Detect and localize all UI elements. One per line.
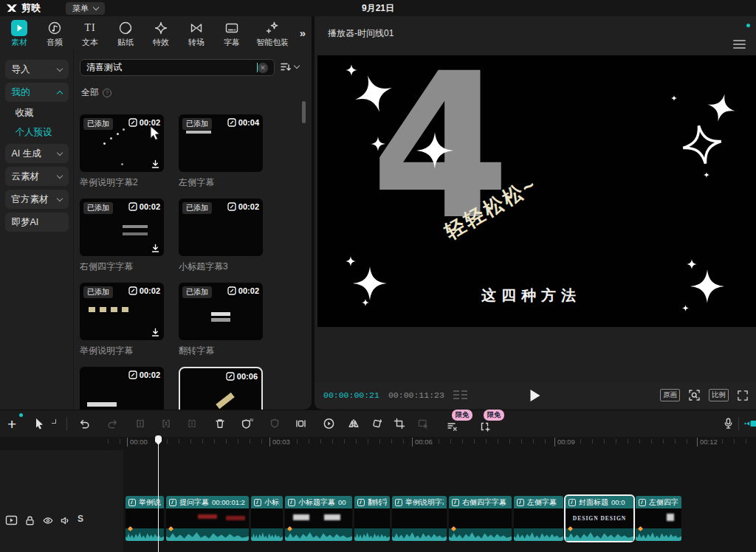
search-box[interactable]: ✕: [80, 59, 275, 76]
ribbon-expand-button[interactable]: »: [300, 27, 304, 39]
fullscreen-icon[interactable]: [737, 390, 749, 401]
lock-icon[interactable]: [24, 515, 35, 526]
download-icon[interactable]: [151, 244, 160, 253]
download-icon[interactable]: [151, 328, 160, 337]
sidebar-item-5[interactable]: 云素材: [5, 167, 69, 186]
transition-icon: [189, 20, 204, 36]
ruler-timestamp: 00:03: [269, 438, 290, 446]
undo-button[interactable]: [78, 418, 91, 430]
original-quality-button[interactable]: 原画: [660, 389, 680, 401]
recognize-lyrics-button[interactable]: [478, 421, 491, 432]
tab-captions[interactable]: 字幕: [214, 18, 250, 49]
sidebar-item-2[interactable]: 收藏: [5, 106, 69, 121]
sidebar-item-7[interactable]: 即梦AI: [5, 213, 69, 232]
library-item[interactable]: 已添加 00:02 举例说明字幕2: [80, 114, 164, 189]
tab-effects[interactable]: 特效: [143, 18, 179, 49]
delete-right-button[interactable]: [186, 418, 198, 429]
sidebar-item-1[interactable]: 我的: [5, 83, 69, 102]
speaker-icon[interactable]: [60, 515, 71, 526]
library-item-thumbnail[interactable]: 已添加 00:02: [80, 114, 164, 172]
added-badge: 已添加: [83, 286, 113, 298]
smart-keying-button[interactable]: AI: [241, 418, 253, 430]
record-voiceover-button[interactable]: [722, 417, 735, 430]
library-item-thumbnail[interactable]: 已添加 00:02: [179, 199, 263, 256]
search-input[interactable]: [86, 63, 306, 73]
add-media-button[interactable]: +: [7, 416, 16, 432]
compare-icon[interactable]: [453, 390, 467, 401]
select-tool-dropdown-icon[interactable]: [52, 419, 56, 424]
tab-sticker[interactable]: 贴纸: [108, 18, 143, 49]
subtitle-clip-icon: [517, 499, 524, 506]
scrollbar[interactable]: [302, 101, 306, 123]
duration-badge: 00:02: [128, 370, 160, 379]
timeline-clip[interactable]: 左侧四字字幕: [636, 496, 681, 541]
ruler-timestamp: 00:09: [554, 438, 575, 446]
library-item[interactable]: 已添加 00:02 翻转字幕: [179, 283, 263, 357]
aspect-ratio-button[interactable]: 比例: [709, 389, 729, 401]
timeline-clip[interactable]: 封面标题 00:0 DESIGN DESIGN: [566, 496, 633, 541]
menu-button[interactable]: 菜单: [66, 2, 105, 15]
library-item[interactable]: 00:06: [179, 367, 263, 410]
library-item[interactable]: 已添加 00:02 举例说明字幕: [80, 283, 164, 357]
sort-control[interactable]: [281, 62, 299, 72]
timeline-ruler[interactable]: 00:0000:0300:0600:0900:12: [0, 437, 756, 450]
timeline-clip[interactable]: 提问字幕 00:00:01:2: [166, 496, 249, 541]
preview-zoom-icon[interactable]: [688, 389, 701, 401]
library-item-thumbnail[interactable]: 已添加 00:02: [80, 199, 164, 256]
redo-button[interactable]: [106, 418, 119, 430]
library-item[interactable]: 已添加 00:04 左侧字幕: [179, 114, 263, 189]
playhead[interactable]: [155, 435, 162, 445]
tab-media[interactable]: 素材: [1, 18, 37, 49]
rotate-button[interactable]: [371, 418, 383, 430]
timeline-clip[interactable]: 小标题字幕 00: [285, 496, 352, 541]
library-item-thumbnail[interactable]: 已添加 00:02: [80, 283, 164, 340]
timeline-clip[interactable]: 右侧四字字幕: [449, 496, 512, 541]
titlebar: 剪映 菜单 9月21日: [0, 0, 756, 16]
sidebar-item-3[interactable]: 个人预设: [5, 125, 69, 140]
library-item-thumbnail[interactable]: 00:06: [179, 367, 263, 410]
download-icon[interactable]: [151, 159, 160, 169]
help-icon[interactable]: ?: [103, 89, 111, 97]
sidebar-item-4[interactable]: AI 生成: [5, 144, 69, 163]
sparkle-icon: [416, 132, 453, 169]
timeline-clip[interactable]: 翻转字幕: [354, 496, 390, 541]
tab-text[interactable]: TI 文本: [72, 18, 108, 49]
solo-track-button[interactable]: S: [78, 514, 83, 524]
timeline-clip[interactable]: 小标题字幕: [251, 496, 283, 541]
timeline-clip[interactable]: 左侧字幕: [514, 496, 563, 541]
delete-button[interactable]: [214, 418, 226, 430]
tab-smart-package[interactable]: 智能包装: [250, 18, 295, 49]
split-button[interactable]: [134, 418, 146, 429]
eye-icon[interactable]: [42, 515, 54, 526]
mirror-button[interactable]: [347, 418, 360, 430]
delete-left-button[interactable]: [160, 418, 172, 429]
ruler-timestamp: 00:00: [127, 438, 148, 446]
subtitle-clip-icon: [288, 499, 295, 506]
select-tool-button[interactable]: [34, 418, 45, 429]
sidebar-item-6[interactable]: 官方素材: [5, 190, 69, 209]
library-item[interactable]: 00:02: [80, 367, 164, 410]
player-menu-icon[interactable]: [733, 40, 746, 49]
tab-transitions[interactable]: 转场: [179, 18, 214, 49]
magnetic-toggle-icon[interactable]: [744, 418, 756, 429]
sidebar-item-0[interactable]: 导入: [5, 60, 69, 79]
crop-button[interactable]: [394, 418, 405, 429]
select-range-button[interactable]: [417, 418, 430, 429]
track-head-icon[interactable]: [5, 515, 18, 525]
clear-search-icon[interactable]: ✕: [258, 63, 268, 73]
play-button[interactable]: [531, 390, 540, 401]
tab-audio[interactable]: 音频: [37, 18, 72, 49]
library-item-thumbnail[interactable]: 已添加 00:04: [179, 114, 263, 172]
library-item-thumbnail[interactable]: 00:02: [80, 367, 164, 410]
clips-track: 举例说明字幕 提问字幕 00:00:01:2: [126, 496, 681, 541]
clip-duration: 00:0: [611, 498, 625, 506]
filter-all[interactable]: 全部: [81, 86, 99, 99]
timeline-clip[interactable]: 举例说明字幕: [392, 496, 447, 541]
reverse-button[interactable]: [323, 418, 335, 430]
recognize-subtitle-button[interactable]: [446, 421, 458, 432]
mask-button[interactable]: [269, 418, 281, 429]
library-item-thumbnail[interactable]: 已添加 00:02: [179, 283, 263, 340]
freeze-frame-button[interactable]: [295, 418, 307, 429]
library-item[interactable]: 已添加 00:02 右侧四字字幕: [80, 199, 164, 273]
library-item[interactable]: 已添加 00:02 小标题字幕3: [179, 199, 263, 273]
